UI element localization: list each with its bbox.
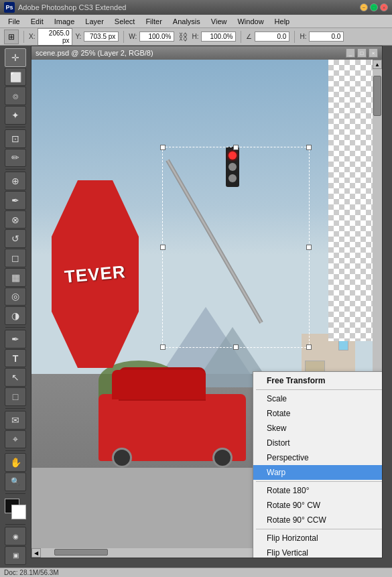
skew-h-value[interactable]: 0.0 [309,31,344,42]
document-title: scene.psd @ 25% (Layer 2, RGB/8) [36,49,153,57]
car-roof [112,370,206,399]
options-bar: ⊞ X: 2065.0 px Y: 703.5 px W: 100.0% ⛓ H… [0,28,392,46]
measure-tool[interactable]: ⌖ [5,430,26,449]
lasso-tool[interactable]: ⌾ [5,86,26,105]
traffic-light-red [228,151,237,159]
menu-view[interactable]: View [206,16,233,27]
context-menu: Free Transform Scale Rotate Skew Distort… [253,371,382,558]
doc-maximize-btn[interactable]: □ [357,48,367,58]
menu-filter[interactable]: Filter [140,16,167,27]
handle-top-right[interactable] [306,145,312,150]
menu-layer[interactable]: Layer [80,16,109,27]
menu-file[interactable]: File [3,16,25,27]
ctx-distort[interactable]: Distort [253,436,382,450]
blur-tool[interactable]: ◎ [5,287,26,306]
stop-sign: TEVER [52,180,139,368]
ctx-warp[interactable]: Warp [253,465,382,480]
eyedropper-tool[interactable]: ✏ [5,149,26,168]
separator3 [241,31,241,43]
menu-select[interactable]: Select [109,16,141,27]
hand-tool[interactable]: ✋ [5,453,26,472]
ctx-scale[interactable]: Scale [253,391,382,406]
doc-minimize-btn[interactable]: _ [346,48,355,58]
minimize-button[interactable]: − [360,3,368,11]
w-value[interactable]: 100.0% [139,31,174,42]
tool-separator-2 [5,169,25,170]
shape-tool[interactable]: □ [5,387,26,406]
tool-separator-3 [5,327,25,328]
handle-middle-right[interactable] [306,245,312,250]
toolbox: ✛ ⬜ ⌾ ✦ ⊡ ✏ ⊕ ✒ ⊗ ↺ ◻ ▦ ◎ ◑ ✒ T ↖ □ ✉ ⌖ … [0,46,31,568]
ctx-rotate-180[interactable]: Rotate 180° [253,483,382,498]
menu-bar: File Edit Image Layer Select Filter Anal… [0,15,392,28]
ctx-rotate-90-cw[interactable]: Rotate 90° CW [253,498,382,513]
maximize-button[interactable]: □ [370,3,378,11]
status-text: Doc: 28.1M/56.3M [4,569,59,576]
angle-value[interactable]: 0.0 [255,31,289,42]
traffic-pole [166,159,263,324]
marquee-tool[interactable]: ⬜ [5,68,26,86]
color-swatches[interactable] [5,499,26,520]
scroll-thumb-horizontal[interactable] [54,549,108,556]
history-brush-tool[interactable]: ↺ [5,229,26,248]
menu-image[interactable]: Image [49,16,80,27]
clone-tool[interactable]: ⊗ [5,210,26,229]
path-selection-tool[interactable]: ↖ [5,368,26,387]
app-title: Adobe Photoshop CS3 Extended [18,3,126,11]
close-button[interactable]: × [380,3,388,11]
screen-mode-tool[interactable]: ▣ [5,546,26,565]
background-color[interactable] [11,505,26,519]
menu-edit[interactable]: Edit [25,16,49,27]
quick-mask-tool[interactable]: ◉ [5,527,26,546]
brush-tool[interactable]: ✒ [5,191,26,210]
menu-window[interactable]: Window [232,16,269,27]
crop-tool[interactable]: ⊡ [5,129,26,148]
magic-wand-tool[interactable]: ✦ [5,106,26,125]
notes-tool[interactable]: ✉ [5,411,26,430]
eraser-tool[interactable]: ◻ [5,249,26,267]
ctx-skew[interactable]: Skew [253,421,382,436]
traffic-light [226,147,239,187]
ctx-flip-vertical[interactable]: Flip Vertical [253,546,382,558]
tool-separator-7 [5,524,25,525]
transform-options-icon: ⊞ [4,29,19,44]
scroll-up-button[interactable]: ▲ [373,60,382,69]
ctx-rotate-90-ccw[interactable]: Rotate 90° CCW [253,513,382,527]
separator [23,31,24,43]
h-label: H: [192,33,198,40]
menu-analysis[interactable]: Analysis [168,16,206,27]
pen-tool[interactable]: ✒ [5,330,26,348]
move-tool[interactable]: ✛ [5,48,26,67]
tool-separator-6 [5,493,25,494]
gradient-tool[interactable]: ▦ [5,268,26,287]
doc-close-btn[interactable]: × [369,48,378,58]
tool-separator-5 [5,450,25,451]
document-canvas[interactable]: TEVER [31,60,382,558]
red-car [99,394,246,461]
status-bar: Doc: 28.1M/56.3M [0,568,392,577]
building-window [338,340,348,350]
ctx-rotate[interactable]: Rotate [253,406,382,421]
handle-middle-left[interactable] [160,245,166,250]
canvas-area[interactable]: scene.psd @ 25% (Layer 2, RGB/8) _ □ × [31,46,392,568]
zoom-tool[interactable]: 🔍 [5,472,26,491]
scroll-thumb-vertical[interactable] [373,76,381,116]
x-value[interactable]: 2065.0 px [38,28,72,46]
document-window: scene.psd @ 25% (Layer 2, RGB/8) _ □ × [31,46,383,558]
healing-tool[interactable]: ⊕ [5,172,26,190]
ctx-flip-horizontal[interactable]: Flip Horizontal [253,531,382,546]
y-value[interactable]: 703.5 px [84,31,119,42]
tool-separator-4 [5,408,25,409]
ctx-perspective[interactable]: Perspective [253,450,382,465]
y-label: Y: [75,33,81,40]
ctx-free-transform[interactable]: Free Transform [253,373,382,388]
document-window-controls: _ □ × [346,48,378,58]
scroll-left-button[interactable]: ◀ [31,548,41,558]
handle-top-left[interactable] [160,145,166,150]
h-value[interactable]: 100.0% [201,31,236,42]
menu-help[interactable]: Help [269,16,296,27]
dodge-tool[interactable]: ◑ [5,306,26,325]
text-tool[interactable]: T [5,349,26,368]
stop-sign-text: TEVER [64,261,127,287]
skew-h-label: H: [300,33,306,40]
